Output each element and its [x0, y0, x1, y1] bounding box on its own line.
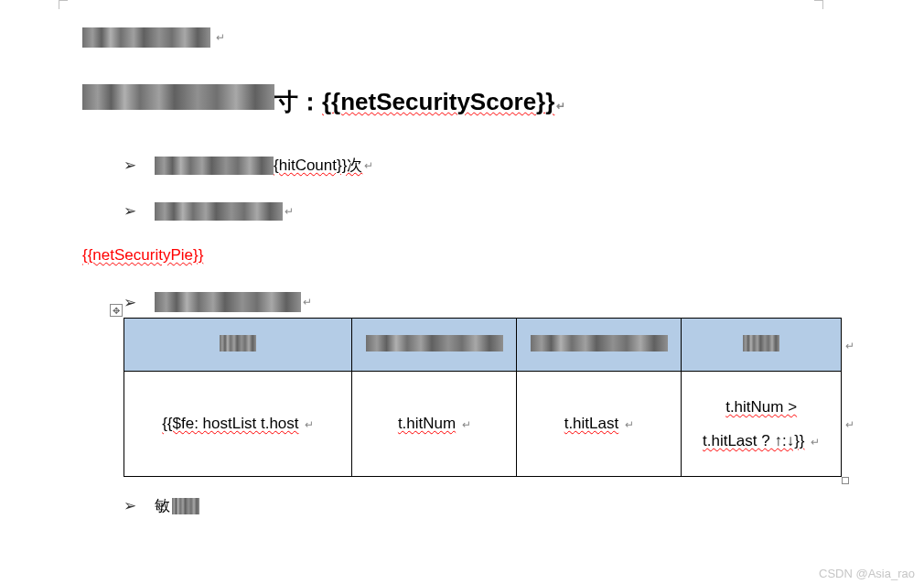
table-header-cell [682, 319, 842, 372]
table-cell: t.hitNum ↵ [352, 372, 517, 477]
cell-expr-4b: t.hitLast ? ↑:↓}} [703, 432, 805, 449]
paragraph-mark: ↵ [285, 205, 294, 218]
paragraph-mark: ↵ [303, 296, 312, 308]
bullet-item-1: ➢ {hitCount}}次 ↵ [82, 155, 842, 176]
bullet-1-suffix: {hitCount}}次 [274, 155, 362, 176]
row-end-mark: ↵ [845, 418, 854, 431]
bullet-item-4: ➢ 敏 [82, 495, 842, 516]
table-resize-handle-icon[interactable] [842, 477, 849, 484]
heading-line: 寸： {{netSecurityScore}} ↵ [82, 84, 842, 118]
bullet-icon: ➢ [124, 156, 136, 175]
table-cell: t.hitNum > t.hitLast ? ↑:↓}} ↵ [682, 372, 842, 477]
paragraph-mark: ↵ [556, 100, 565, 113]
heading-placeholder: {{netSecurityScore}} [322, 88, 554, 116]
cell-expr-3: t.hitLast [564, 415, 619, 432]
redacted-block [531, 335, 668, 351]
paragraph-mark: ↵ [216, 31, 225, 44]
bullet-icon: ➢ [124, 293, 136, 312]
table-header-row [124, 319, 842, 372]
inline-red-placeholder: {{netSecurityPie}} [82, 246, 842, 265]
document-body: ↵ 寸： {{netSecurityScore}} ↵ ➢ {hitCount}… [0, 0, 924, 516]
bullet-item-3: ➢ ↵ [82, 292, 842, 312]
bullet-item-2: ➢ ↵ [82, 201, 842, 221]
bullet-icon: ➢ [124, 201, 136, 221]
heading-suffix: 寸： [274, 86, 322, 118]
redacted-block [743, 335, 779, 351]
redacted-block [155, 202, 283, 221]
redacted-heading-block [82, 84, 274, 110]
redacted-block [82, 27, 210, 48]
table-move-handle-icon[interactable]: ✥ [110, 304, 123, 317]
table-header-cell [352, 319, 517, 372]
redacted-block [155, 292, 301, 312]
table-cell: {{$fe: hostList t.host ↵ [124, 372, 352, 477]
table-wrapper: ✥ [124, 318, 842, 477]
paragraph-mark: ↵ [305, 418, 314, 431]
redacted-block [366, 335, 503, 351]
paragraph-mark: ↵ [462, 418, 471, 431]
cell-expr-1: {{$fe: hostList t.host [162, 415, 298, 432]
paragraph-mark: ↵ [364, 159, 373, 172]
redacted-block [220, 335, 256, 351]
page-margin-corner-left [59, 0, 68, 9]
paragraph-mark: ↵ [811, 436, 820, 449]
bullet-4-prefix: 敏 [155, 495, 170, 516]
host-list-table: {{$fe: hostList t.host ↵ t.hitNum ↵ t.hi… [124, 318, 842, 477]
table-header-cell [517, 319, 682, 372]
page-margin-corner-right [814, 0, 823, 9]
cell-expr-2: t.hitNum [398, 415, 456, 432]
watermark-text: CSDN @Asia_rao [819, 567, 915, 580]
table-header-cell [124, 319, 352, 372]
paragraph-mark: ↵ [625, 418, 634, 431]
paragraph-redacted-1: ↵ [82, 27, 842, 48]
redacted-block [172, 498, 199, 514]
redacted-block [155, 157, 274, 175]
cell-expr-4a: t.hitNum > [725, 398, 797, 416]
bullet-icon: ➢ [124, 496, 136, 515]
row-end-mark: ↵ [845, 340, 854, 352]
table-row: {{$fe: hostList t.host ↵ t.hitNum ↵ t.hi… [124, 372, 842, 477]
table-cell: t.hitLast ↵ [517, 372, 682, 477]
